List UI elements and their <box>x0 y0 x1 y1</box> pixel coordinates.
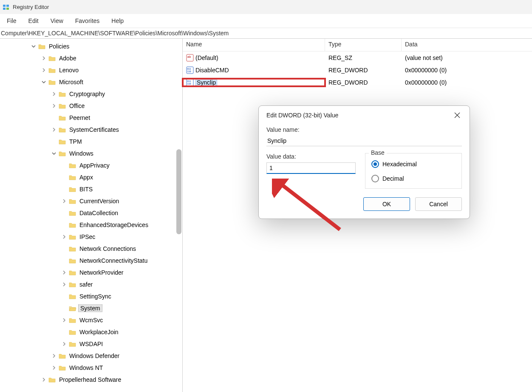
ok-button[interactable]: OK <box>363 197 410 211</box>
folder-icon <box>69 174 76 180</box>
tree-item-networkprovider[interactable]: NetworkProvider <box>0 267 182 278</box>
tree-label: SettingSync <box>78 293 113 300</box>
chevron-down-icon[interactable] <box>41 79 47 85</box>
radio-icon <box>371 160 379 168</box>
col-header-data[interactable]: Data <box>402 39 532 51</box>
tree-label: Adobe <box>58 54 77 62</box>
chevron-right-icon[interactable] <box>51 127 57 133</box>
dialog-title-bar: Edit DWORD (32-bit) Value <box>259 106 470 125</box>
chevron-right-icon[interactable] <box>41 377 47 383</box>
tree-item-workplacejoin[interactable]: WorkplaceJoin <box>0 326 182 338</box>
tree-item-wsdapi[interactable]: WSDAPI <box>0 338 182 350</box>
cancel-button[interactable]: Cancel <box>415 197 462 211</box>
radio-decimal[interactable]: Decimal <box>371 175 456 182</box>
folder-icon <box>59 103 66 109</box>
chevron-right-icon[interactable] <box>61 270 67 276</box>
chevron-right-icon[interactable] <box>51 103 57 109</box>
tree-item-tpm[interactable]: TPM <box>0 136 182 148</box>
tree-item-policies[interactable]: Policies <box>0 40 182 52</box>
tree-label: EnhancedStorageDevices <box>78 221 150 229</box>
tree-label: Windows <box>68 150 95 157</box>
tree-item-windows-nt[interactable]: Windows NT <box>0 362 182 374</box>
tree-item-wcmsvc[interactable]: WcmSvc <box>0 314 182 326</box>
tree-label: NetworkProvider <box>78 269 125 276</box>
folder-icon <box>59 91 66 97</box>
chevron-right-icon[interactable] <box>61 198 67 204</box>
tree-item-network-connections[interactable]: Network Connections <box>0 243 182 255</box>
value-row[interactable]: DisableCMDREG_DWORD0x00000000 (0) <box>183 64 532 76</box>
radio-hexadecimal[interactable]: Hexadecimal <box>371 160 456 168</box>
tree-item-peernet[interactable]: Peernet <box>0 112 182 124</box>
svg-rect-2 <box>3 8 6 10</box>
menu-edit[interactable]: Edit <box>23 17 45 24</box>
tree-label: Office <box>68 102 86 110</box>
folder-icon <box>69 246 76 252</box>
tree-item-bits[interactable]: BITS <box>0 183 182 195</box>
value-name-label: Value name: <box>266 126 462 133</box>
menu-bar: File Edit View Favorites Help <box>0 14 532 28</box>
folder-icon <box>59 365 66 371</box>
tree-item-system[interactable]: System <box>0 302 182 314</box>
hex-label: Hexadecimal <box>382 161 417 168</box>
chevron-right-icon[interactable] <box>61 317 67 323</box>
value-data-field[interactable] <box>266 162 356 174</box>
edit-dword-dialog: Edit DWORD (32-bit) Value Value name: Va… <box>258 105 470 219</box>
menu-file[interactable]: File <box>1 17 23 24</box>
tree-item-networkconnectivitystatu[interactable]: NetworkConnectivityStatu <box>0 255 182 267</box>
tree-item-cryptography[interactable]: Cryptography <box>0 88 182 100</box>
tree-item-datacollection[interactable]: DataCollection <box>0 207 182 219</box>
tree-item-office[interactable]: Office <box>0 100 182 112</box>
folder-icon <box>59 151 66 156</box>
tree-label: Lenovo <box>58 66 80 74</box>
value-data-cell: (value not set) <box>402 54 532 61</box>
chevron-right-icon[interactable] <box>61 281 67 287</box>
address-text: Computer\HKEY_LOCAL_MACHINE\SOFTWARE\Pol… <box>1 30 229 37</box>
col-header-type[interactable]: Type <box>325 39 402 51</box>
chevron-right-icon[interactable] <box>41 67 47 73</box>
tree-label: BITS <box>78 185 94 193</box>
tree-label: Network Connections <box>78 245 137 253</box>
tree-item-propellerhead-software[interactable]: Propellerhead Software <box>0 374 182 386</box>
tree-item-settingsync[interactable]: SettingSync <box>0 290 182 302</box>
tree-scrollbar[interactable] <box>176 149 181 234</box>
menu-view[interactable]: View <box>45 17 69 24</box>
value-type-cell: REG_DWORD <box>325 67 402 74</box>
tree-item-currentversion[interactable]: CurrentVersion <box>0 195 182 207</box>
tree-item-appx[interactable]: Appx <box>0 171 182 183</box>
tree-item-adobe[interactable]: Adobe <box>0 52 182 64</box>
dialog-close-button[interactable] <box>453 111 462 120</box>
tree-item-appprivacy[interactable]: AppPrivacy <box>0 159 182 171</box>
value-row[interactable]: SynclipREG_DWORD0x00000000 (0) <box>183 76 532 88</box>
tree-label: Microsoft <box>58 78 85 86</box>
tree-label: Appx <box>78 173 94 181</box>
chevron-right-icon[interactable] <box>41 55 47 61</box>
tree-item-lenovo[interactable]: Lenovo <box>0 64 182 76</box>
dialog-title: Edit DWORD (32-bit) Value <box>266 112 338 119</box>
folder-icon <box>59 127 66 133</box>
tree-item-windows-defender[interactable]: Windows Defender <box>0 350 182 362</box>
chevron-right-icon[interactable] <box>61 341 67 347</box>
chevron-right-icon[interactable] <box>51 365 57 371</box>
value-row[interactable]: (Default)REG_SZ(value not set) <box>183 51 532 64</box>
tree-item-microsoft[interactable]: Microsoft <box>0 76 182 88</box>
tree-item-ipsec[interactable]: IPSec <box>0 231 182 243</box>
value-name-field[interactable] <box>266 136 462 146</box>
tree-item-systemcertificates[interactable]: SystemCertificates <box>0 124 182 136</box>
menu-help[interactable]: Help <box>105 17 130 24</box>
menu-favorites[interactable]: Favorites <box>69 17 106 24</box>
folder-icon <box>69 258 76 264</box>
reg-dword-icon <box>186 79 194 86</box>
tree-label: Windows NT <box>68 364 104 372</box>
chevron-right-icon[interactable] <box>51 353 57 359</box>
col-header-name[interactable]: Name <box>183 39 325 51</box>
tree-item-windows[interactable]: Windows <box>0 148 182 159</box>
tree-item-safer[interactable]: safer <box>0 278 182 290</box>
value-name-cell: Synclip <box>183 79 325 86</box>
chevron-right-icon[interactable] <box>61 234 67 240</box>
tree-item-enhancedstoragedevices[interactable]: EnhancedStorageDevices <box>0 219 182 231</box>
chevron-right-icon[interactable] <box>51 91 57 97</box>
tree-label: DataCollection <box>78 209 119 217</box>
address-bar[interactable]: Computer\HKEY_LOCAL_MACHINE\SOFTWARE\Pol… <box>0 28 532 39</box>
chevron-down-icon[interactable] <box>51 151 57 156</box>
chevron-down-icon[interactable] <box>31 43 37 49</box>
